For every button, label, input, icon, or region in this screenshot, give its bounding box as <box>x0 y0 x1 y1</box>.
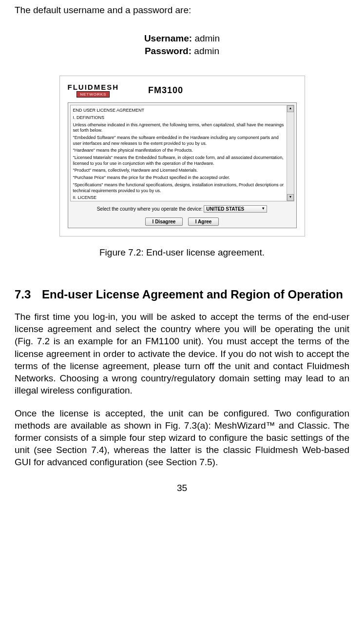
section-title: End-user License Agreement and Region of… <box>42 288 343 301</box>
eula-heading: END USER LICENSE AGREEMENT <box>73 108 285 114</box>
brand-logo: FLUIDMESH NETWORKS <box>68 83 119 98</box>
intro-text: The default username and a password are: <box>15 5 349 16</box>
eula-s1-p7: "Specifications" means the functional sp… <box>73 182 285 194</box>
username-value: admin <box>194 33 220 43</box>
country-select[interactable]: UNITED STATES <box>204 205 267 213</box>
scroll-down-icon[interactable]: ▾ <box>287 194 294 201</box>
brand-logo-bottom: NETWORKS <box>77 91 110 98</box>
country-prompt: Select the country where you operate the… <box>97 206 203 212</box>
eula-s1-p2: "Embedded Software" means the software e… <box>73 135 285 146</box>
figure-caption: Figure 7.2: End-user license agreement. <box>15 247 349 258</box>
agree-button[interactable]: I Agree <box>188 217 219 226</box>
eula-s1-p1: Unless otherwise indicated in this Agree… <box>73 122 285 134</box>
eula-textbox[interactable]: END USER LICENSE AGREEMENT I. DEFINITION… <box>70 105 294 201</box>
eula-s1-p5: "Product" means, collectively, Hardware … <box>73 168 285 174</box>
eula-panel: END USER LICENSE AGREEMENT I. DEFINITION… <box>68 102 297 228</box>
model-name: FM3100 <box>148 85 183 96</box>
figure-screenshot: FLUIDMESH NETWORKS FM3100 END USER LICEN… <box>59 76 305 237</box>
eula-s2-title: II. LICENSE <box>73 195 285 201</box>
eula-scrollbar[interactable]: ▴ ▾ <box>287 105 294 201</box>
eula-s1-title: I. DEFINITIONS <box>73 115 285 121</box>
password-label: Password: <box>145 46 192 56</box>
section-heading: 7.3End-user License Agreement and Region… <box>15 287 349 302</box>
eula-s1-p6: "Purchase Price" means the price for the… <box>73 175 285 181</box>
section-para-1: The first time you log-in, you will be a… <box>15 311 349 396</box>
section-number: 7.3 <box>15 287 42 302</box>
username-label: Username: <box>144 33 192 43</box>
brand-logo-top: FLUIDMESH <box>68 83 119 91</box>
password-value: admin <box>194 46 219 56</box>
credentials-block: Username: admin Password: admin <box>15 32 349 57</box>
eula-s1-p3: "Hardware" means the physical manifestat… <box>73 148 285 154</box>
scroll-up-icon[interactable]: ▴ <box>287 105 294 112</box>
eula-s1-p4: "Licensed Materials" means the Embedded … <box>73 155 285 166</box>
page-number: 35 <box>15 483 349 493</box>
disagree-button[interactable]: I Disagree <box>145 217 183 226</box>
section-para-2: Once the license is accepted, the unit c… <box>15 407 349 468</box>
